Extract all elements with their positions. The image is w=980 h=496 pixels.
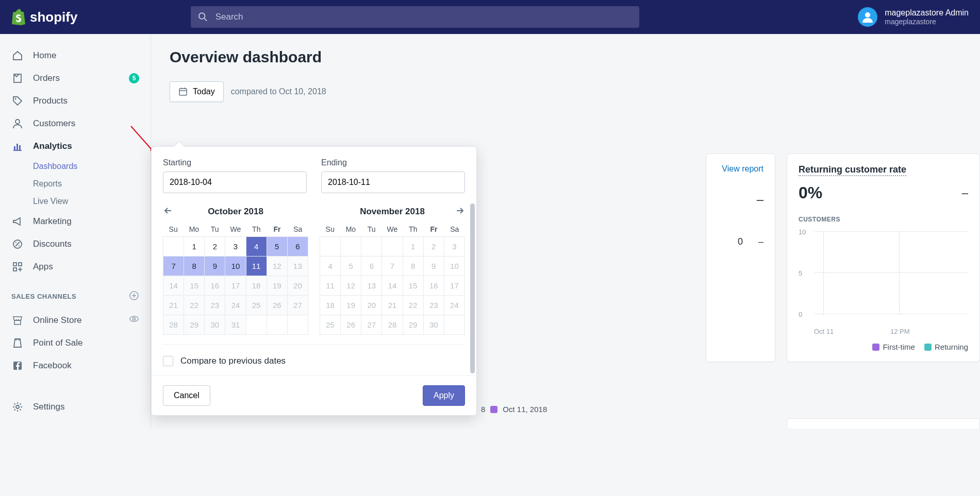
calendar-day[interactable]: 9: [205, 256, 225, 276]
plus-circle-icon: [129, 290, 139, 301]
svg-point-12: [15, 242, 16, 243]
sales-channels-header: SALES CHANNELS: [0, 278, 151, 309]
calendar-day[interactable]: 1: [184, 237, 205, 256]
prev-month-button[interactable]: [163, 206, 173, 218]
search-input[interactable]: [215, 12, 633, 22]
search-bar[interactable]: [191, 6, 639, 28]
partial-stat-card: View report – 0 –: [706, 153, 775, 362]
calendar-day[interactable]: 8: [184, 256, 205, 276]
calendar-day: 12: [267, 256, 288, 276]
calendar-day: 14: [163, 276, 184, 296]
calendar-day: 26: [341, 315, 361, 335]
svg-rect-9: [19, 145, 21, 150]
apps-icon: [11, 261, 24, 273]
orders-icon: [11, 72, 24, 84]
svg-rect-14: [13, 263, 16, 266]
legend-returning: Returning: [924, 343, 968, 351]
date-picker-popover: Starting Ending October 20: [151, 146, 477, 416]
calendar-day: 16: [424, 276, 444, 296]
calendar-day: 19: [341, 296, 361, 315]
sidebar-item-home[interactable]: Home: [0, 44, 151, 67]
calendar-day[interactable]: 3: [225, 237, 246, 256]
starting-input[interactable]: [163, 172, 307, 193]
add-channel-button[interactable]: [129, 290, 139, 302]
avatar: [858, 7, 877, 27]
chart-legend: First-time Returning: [799, 343, 968, 351]
sidebar-subitem-live-view[interactable]: Live View: [0, 193, 151, 210]
sidebar-item-settings[interactable]: Settings: [0, 396, 151, 418]
returning-rate-value: 0%: [799, 183, 822, 202]
svg-point-2: [865, 12, 870, 18]
calendar-day: 8: [403, 256, 424, 276]
sidebar-item-orders[interactable]: Orders5: [0, 67, 151, 90]
svg-rect-22: [14, 320, 21, 324]
sidebar: HomeOrders5ProductsCustomersAnalyticsDas…: [0, 34, 151, 429]
apply-button[interactable]: Apply: [423, 385, 465, 406]
eye-icon[interactable]: [129, 314, 139, 327]
sidebar-item-products[interactable]: Products: [0, 90, 151, 112]
calendar-day: 1: [403, 237, 424, 256]
calendar-day[interactable]: 2: [205, 237, 225, 256]
channel-online-store[interactable]: Online Store: [0, 309, 151, 332]
home-icon: [11, 49, 24, 62]
calendar-icon: [178, 87, 188, 96]
card-title: Returning customer rate: [799, 164, 906, 176]
calendar-day: 17: [444, 276, 465, 296]
calendar-day: 20: [361, 296, 382, 315]
calendar-day[interactable]: 11: [246, 256, 267, 276]
svg-rect-8: [16, 144, 18, 150]
channel-facebook[interactable]: Facebook: [0, 354, 151, 377]
calendar-day[interactable]: 7: [163, 256, 184, 276]
date-range-row: Today compared to Oct 10, 2018: [170, 81, 961, 102]
calendar-day[interactable]: 10: [225, 256, 246, 276]
channel-point-of-sale[interactable]: Point of Sale: [0, 332, 151, 354]
compare-checkbox-row[interactable]: Compare to previous dates: [163, 344, 465, 375]
sidebar-item-apps[interactable]: Apps: [0, 255, 151, 278]
sidebar-item-discounts[interactable]: Discounts: [0, 233, 151, 255]
search-icon: [198, 12, 208, 22]
gear-icon: [11, 401, 24, 413]
calendar-day: 20: [288, 276, 308, 296]
svg-rect-15: [19, 263, 22, 266]
calendar-day[interactable]: 6: [288, 237, 308, 256]
calendar-day: 21: [382, 296, 403, 315]
calendar-day: 2: [424, 237, 444, 256]
ending-input[interactable]: [321, 172, 465, 193]
calendar-day: 23: [424, 296, 444, 315]
returning-customer-card: Returning customer rate 0% – CUSTOMERS 1…: [787, 153, 980, 362]
calendar-day[interactable]: 5: [267, 237, 288, 256]
cancel-button[interactable]: Cancel: [163, 385, 210, 406]
sidebar-subitem-dashboards[interactable]: Dashboards: [0, 158, 151, 175]
calendar-day: 4: [320, 256, 341, 276]
compared-to-text: compared to Oct 10, 2018: [231, 87, 326, 96]
next-month-button[interactable]: [455, 206, 465, 218]
discounts-icon: [11, 238, 24, 250]
view-report-link[interactable]: View report: [926, 429, 968, 429]
view-report-link[interactable]: View report: [718, 164, 763, 174]
date-range-button[interactable]: Today: [170, 81, 224, 102]
sidebar-subitem-reports[interactable]: Reports: [0, 175, 151, 193]
compare-checkbox[interactable]: [163, 356, 173, 366]
stat-dash: –: [718, 192, 763, 207]
calendar-day: 24: [225, 296, 246, 315]
svg-point-0: [199, 13, 205, 19]
svg-line-1: [205, 19, 207, 21]
calendar-day: 27: [288, 296, 308, 315]
sidebar-item-marketing[interactable]: Marketing: [0, 210, 151, 233]
calendar-day: 9: [424, 256, 444, 276]
ending-label: Ending: [321, 158, 465, 167]
svg-point-24: [133, 318, 136, 320]
calendar-day: 16: [205, 276, 225, 296]
svg-point-13: [19, 245, 20, 246]
calendar-month-title: October 2018: [208, 207, 263, 217]
user-menu[interactable]: mageplazastore Admin mageplazastore: [858, 7, 969, 27]
scrollbar-thumb[interactable]: [470, 203, 475, 373]
calendar-day[interactable]: 4: [246, 237, 267, 256]
calendar-day: 13: [288, 256, 308, 276]
calendar-day: 18: [246, 276, 267, 296]
calendar-day: 29: [184, 315, 205, 335]
topbar: shopify mageplazastore Admin mageplazast…: [0, 0, 980, 34]
calendar-day: 11: [320, 276, 341, 296]
calendar-day: 25: [320, 315, 341, 335]
svg-point-23: [130, 316, 138, 321]
